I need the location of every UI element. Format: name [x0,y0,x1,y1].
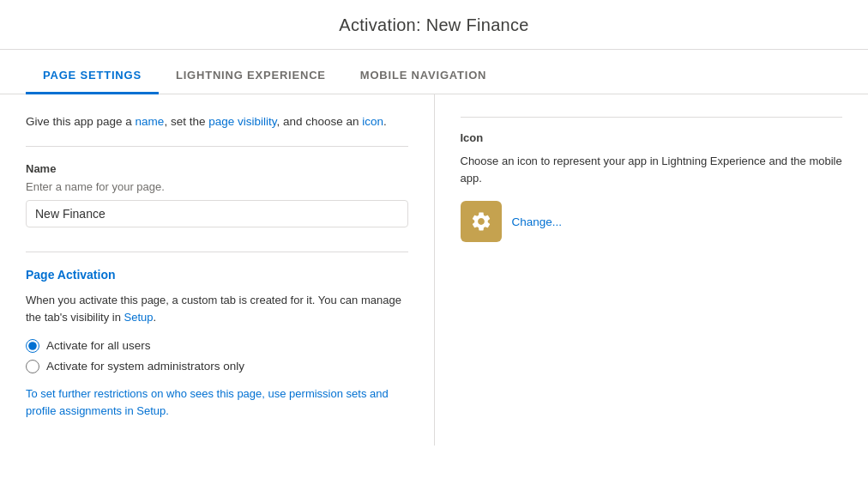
setup-link[interactable]: Setup [124,311,153,324]
left-panel: Give this app page a name, set the page … [0,94,435,446]
radio-admin-only-input[interactable] [26,360,39,373]
radio-group: Activate for all users Activate for syst… [26,339,408,373]
page-activation-section: Page Activation When you activate this p… [26,252,408,420]
page-header: Activation: New Finance [0,0,868,50]
tabs-bar: PAGE SETTINGS LIGHTNING EXPERIENCE MOBIL… [0,57,868,94]
activation-description: When you activate this page, a custom ta… [26,292,408,326]
page-activation-title: Page Activation [26,268,408,282]
tab-lightning-experience[interactable]: LIGHTNING EXPERIENCE [159,57,343,94]
name-input[interactable] [26,200,408,227]
change-icon-link[interactable]: Change... [512,215,563,228]
icon-link[interactable]: icon [362,115,383,128]
icon-label: Icon [461,131,843,144]
radio-all-users-input[interactable] [26,339,39,353]
name-sublabel: Enter a name for your page. [26,180,408,193]
radio-admin-only-label: Activate for system administrators only [46,360,244,373]
name-label: Name [26,162,408,175]
icon-box [461,201,502,242]
icon-description: Choose an icon to represent your app in … [461,153,843,187]
description-text: Give this app page a name, set the page … [26,113,408,130]
visibility-link[interactable]: page visibility [208,115,276,128]
icon-preview-row: Change... [461,201,843,242]
gear-icon [470,210,492,233]
activation-section-divider [26,252,408,252]
page-title: Activation: New Finance [0,15,868,35]
tab-page-settings[interactable]: PAGE SETTINGS [26,57,159,94]
radio-admin-only[interactable]: Activate for system administrators only [26,360,408,373]
icon-section-divider [461,117,843,118]
name-section-divider [26,146,408,147]
content-area: Give this app page a name, set the page … [0,94,868,446]
radio-all-users-label: Activate for all users [46,339,151,352]
right-panel: Icon Choose an icon to represent your ap… [435,94,869,446]
radio-all-users[interactable]: Activate for all users [26,339,408,353]
name-link[interactable]: name [136,115,165,128]
further-restrictions-text: To set further restrictions on who sees … [26,385,408,420]
tab-mobile-navigation[interactable]: MOBILE NAVIGATION [343,57,503,94]
